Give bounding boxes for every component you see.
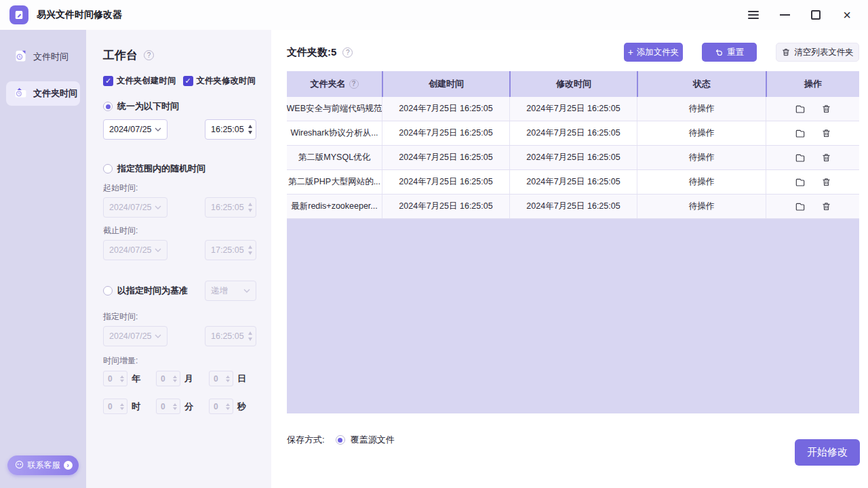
time-value: 16:25:05 <box>211 331 244 341</box>
start-modify-button[interactable]: 开始修改 <box>795 439 860 466</box>
sidebar-item-file-time[interactable]: 文件时间 <box>6 45 80 69</box>
sidebar: 文件时间 文件夹时间 联系客服 › <box>0 30 86 488</box>
checkbox-label: 文件夹修改时间 <box>197 75 256 87</box>
modified-cell: 2024年7月25日 16:25:05 <box>509 97 637 121</box>
clear-list-button[interactable]: 清空列表文件夹 <box>776 43 859 62</box>
radio-unify-time[interactable]: 统一为以下时间 <box>103 100 256 113</box>
end-date-picker: 2024/07/25 <box>103 240 167 260</box>
open-folder-icon[interactable] <box>795 201 806 212</box>
folder-time-icon <box>14 85 28 102</box>
button-label: 重置 <box>727 47 744 58</box>
spinner-arrows-icon <box>120 375 124 382</box>
end-time-label: 截止时间: <box>103 225 256 237</box>
increment-month: 0 月 <box>156 371 193 386</box>
folder-name-cell: 第二版PHP大型网站的... <box>287 170 382 194</box>
status-cell: 待操作 <box>637 121 766 145</box>
table-header: 文件夹名 ? 创建时间 修改时间 状态 操作 <box>287 71 859 97</box>
radio-base-time[interactable]: 以指定时间为基准 <box>103 285 188 297</box>
plus-icon: + <box>628 47 633 57</box>
app-logo-icon <box>9 5 28 24</box>
spinner-arrows-icon <box>248 331 252 341</box>
menu-icon[interactable] <box>747 9 760 21</box>
created-cell: 2024年7月25日 16:25:05 <box>382 170 509 194</box>
increment-hour: 0 时 <box>103 399 140 414</box>
unit-label: 分 <box>184 401 193 413</box>
specified-date-picker: 2024/07/25 <box>103 326 167 346</box>
folder-name-cell: 第二版MYSQL优化 <box>287 146 382 169</box>
checkbox-checked-icon: ✓ <box>103 76 113 86</box>
time-value: 16:25:05 <box>211 125 244 134</box>
checkbox-folder-modify-time[interactable]: ✓ 文件夹修改时间 <box>183 75 256 87</box>
minimize-icon[interactable] <box>778 9 791 21</box>
spinner-arrows-icon <box>173 375 177 382</box>
save-option-label[interactable]: 覆盖源文件 <box>351 434 395 446</box>
time-value: 16:25:05 <box>211 203 244 212</box>
unit-label: 月 <box>184 373 193 385</box>
close-icon[interactable]: × <box>841 9 853 21</box>
year-spinner: 0 <box>103 371 127 386</box>
arrow-right-icon: › <box>64 461 73 470</box>
spinner-arrows-icon <box>248 203 252 212</box>
delete-row-icon[interactable] <box>821 201 831 211</box>
delete-row-icon[interactable] <box>821 177 831 187</box>
specified-time-label: 指定时间: <box>103 311 256 323</box>
open-folder-icon[interactable] <box>795 104 806 115</box>
modified-cell: 2024年7月25日 16:25:05 <box>509 195 637 218</box>
sidebar-item-label: 文件夹时间 <box>33 87 77 100</box>
reset-button[interactable]: 重置 <box>702 43 757 62</box>
help-icon[interactable]: ? <box>342 47 353 58</box>
folder-name-cell: Wireshark协议分析从... <box>287 121 382 145</box>
spinner-arrows-icon[interactable] <box>248 125 252 134</box>
day-spinner: 0 <box>209 371 233 386</box>
delete-row-icon[interactable] <box>821 152 831 163</box>
header-folder-name: 文件夹名 ? <box>287 71 382 97</box>
sidebar-item-folder-time[interactable]: 文件夹时间 <box>6 81 80 106</box>
spinner-arrows-icon <box>226 403 230 410</box>
help-icon[interactable]: ? <box>349 79 359 89</box>
unify-time-spinner[interactable]: 16:25:05 <box>205 119 256 140</box>
specified-time-spinner: 16:25:05 <box>205 326 256 346</box>
unit-label: 时 <box>132 401 140 413</box>
header-modified: 修改时间 <box>509 71 637 97</box>
folder-count-label: 文件夹数:5 <box>287 46 336 59</box>
increment-year: 0 年 <box>103 371 140 386</box>
radio-selected-icon <box>103 102 113 111</box>
trash-icon <box>781 47 791 57</box>
contact-support-button[interactable]: 联系客服 › <box>7 455 79 475</box>
start-date-picker: 2024/07/25 <box>103 197 167 218</box>
delete-row-icon[interactable] <box>821 104 831 114</box>
delete-row-icon[interactable] <box>821 128 831 138</box>
header-created: 创建时间 <box>382 71 509 97</box>
checkbox-folder-create-time[interactable]: ✓ 文件夹创建时间 <box>103 75 176 87</box>
header-actions: 操作 <box>766 71 859 97</box>
radio-unselected-icon <box>103 286 113 296</box>
add-folder-button[interactable]: + 添加文件夹 <box>624 43 683 62</box>
select-value: 递增 <box>211 285 228 297</box>
file-time-icon <box>14 49 28 65</box>
help-icon[interactable]: ? <box>144 50 154 60</box>
date-value: 2024/07/25 <box>109 245 152 255</box>
unify-date-picker[interactable]: 2024/07/25 <box>103 119 167 140</box>
open-folder-icon[interactable] <box>795 152 806 163</box>
maximize-icon[interactable] <box>810 9 822 21</box>
increment-second: 0 秒 <box>209 399 246 414</box>
open-folder-icon[interactable] <box>795 177 806 188</box>
created-cell: 2024年7月25日 16:25:05 <box>382 146 509 169</box>
titlebar: 易兴文件时间修改器 × <box>0 0 868 30</box>
radio-random-range[interactable]: 指定范围内的随机时间 <box>103 163 256 175</box>
folder-name-cell: WEB安全与前端代码规范 <box>287 97 382 121</box>
unit-label: 日 <box>237 373 246 385</box>
open-folder-icon[interactable] <box>795 128 806 139</box>
unit-label: 秒 <box>237 401 246 413</box>
button-label: 添加文件夹 <box>637 47 679 58</box>
chevron-down-icon <box>243 289 250 293</box>
table-row: 最新redis+zookeeper... 2024年7月25日 16:25:05… <box>287 195 859 219</box>
window-controls: × <box>747 9 853 21</box>
hour-spinner: 0 <box>103 399 127 414</box>
header-status: 状态 <box>637 71 766 97</box>
chevron-down-icon <box>155 127 161 131</box>
modified-cell: 2024年7月25日 16:25:05 <box>509 121 637 145</box>
app-title: 易兴文件时间修改器 <box>37 9 122 21</box>
radio-selected-icon[interactable] <box>336 435 345 445</box>
sidebar-item-label: 文件时间 <box>33 51 68 63</box>
